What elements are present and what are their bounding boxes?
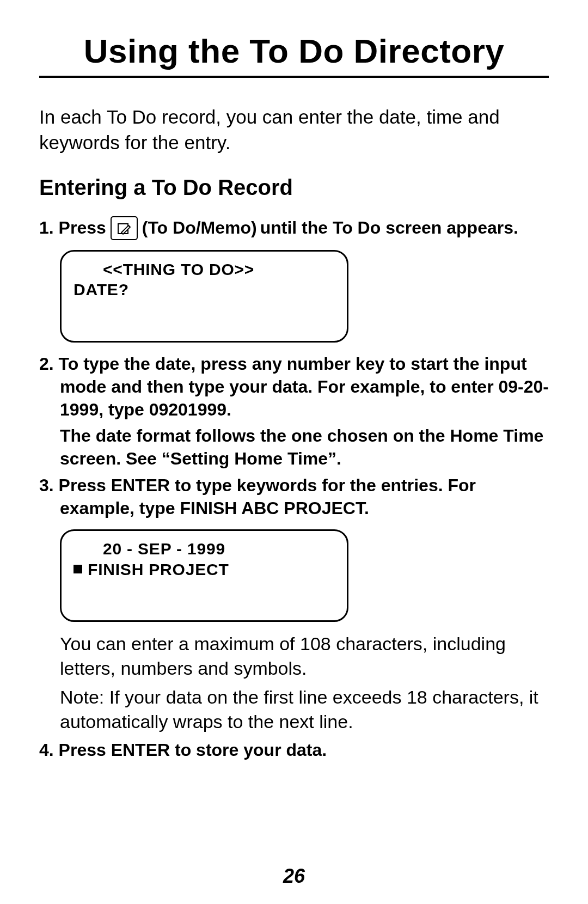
manual-page: Using the To Do Directory In each To Do …: [0, 0, 588, 904]
step-3: 3. Press ENTER to type keywords for the …: [39, 474, 549, 520]
note-2: Note: If your data on the first line exc…: [39, 685, 549, 734]
step-2: 2. To type the date, press any number ke…: [39, 352, 549, 422]
title-rule: [39, 76, 549, 78]
screen1-line2: DATE?: [74, 279, 335, 300]
screen2-line1: 20 - SEP - 1999: [74, 539, 335, 559]
step-1-text-a: 1. Press: [39, 216, 106, 239]
page-number: 26: [0, 865, 588, 888]
step-4: 4. Press ENTER to store your data.: [39, 738, 549, 761]
lcd-screen-1: <<THING TO DO>> DATE?: [60, 250, 348, 343]
bullet-icon: [74, 565, 82, 573]
step-2-body: The date format follows the one chosen o…: [39, 424, 549, 470]
intro-paragraph: In each To Do record, you can enter the …: [39, 104, 549, 156]
memo-icon: [111, 216, 138, 240]
page-title: Using the To Do Directory: [39, 32, 549, 70]
step-1-text-b: until the To Do screen appears.: [260, 216, 518, 239]
note-1: You can enter a maximum of 108 character…: [39, 632, 549, 681]
screen1-line1: <<THING TO DO>>: [74, 259, 335, 280]
screen2-line2: FINISH PROJECT: [74, 559, 335, 580]
lcd-screen-2: 20 - SEP - 1999 FINISH PROJECT: [60, 529, 348, 622]
section-heading: Entering a To Do Record: [39, 175, 549, 200]
screen2-line2-text: FINISH PROJECT: [88, 559, 229, 580]
step-1: 1. Press (To Do/Memo) until the To Do sc…: [39, 216, 549, 240]
step-1-icon-label: (To Do/Memo): [142, 216, 257, 239]
